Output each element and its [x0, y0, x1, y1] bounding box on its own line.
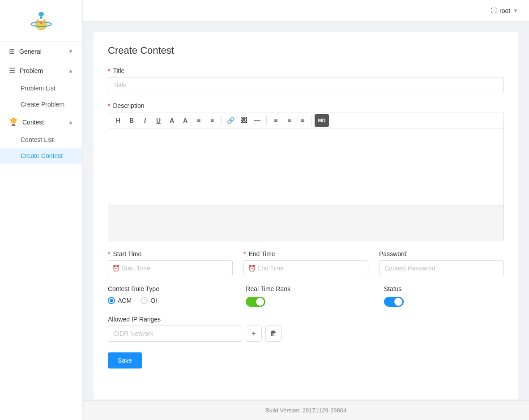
real-time-rank-group: Real Time Rank [246, 285, 366, 307]
toggle-knob-blue [394, 298, 402, 306]
status-group: Status [384, 285, 504, 307]
topbar: ⛶ root ▼ [83, 0, 529, 21]
password-group: Password [379, 250, 504, 276]
toolbar-align-center-btn[interactable]: ≡ [283, 114, 295, 127]
sidebar-item-create-contest[interactable]: Create Contest [0, 148, 82, 164]
real-time-rank-label: Real Time Rank [246, 285, 366, 292]
password-input[interactable] [379, 260, 504, 276]
toolbar-sep2 [266, 116, 267, 125]
description-group: * Description H B I U A A ≡ ≡ 🔗 [108, 102, 504, 241]
start-time-label: * Start Time [108, 250, 233, 257]
main-area: ⛶ root ▼ Create Contest * Title * Descri… [83, 0, 529, 420]
radio-oi-circle [141, 297, 148, 304]
desc-required-star: * [108, 102, 110, 109]
rule-type-label: Contest Rule Type [108, 285, 228, 292]
clock-icon-end: ⏰ [248, 265, 256, 272]
radio-group: ACM OI [108, 297, 228, 304]
svg-point-7 [40, 21, 43, 25]
build-version: Build Version: 20171129-29804 [265, 407, 346, 414]
sidebar-item-problem-list[interactable]: Problem List [0, 80, 82, 96]
cidr-input[interactable] [108, 326, 242, 342]
sidebar-item-contest-list[interactable]: Contest List [0, 132, 82, 148]
sidebar-general-label: General [19, 48, 42, 55]
footer: Build Version: 20171129-29804 [83, 400, 529, 420]
logo [0, 0, 82, 42]
start-time-input[interactable] [108, 260, 233, 276]
toolbar-u-btn[interactable]: U [152, 114, 165, 127]
sidebar-item-contest[interactable]: 🏆 Contest ▲ [0, 112, 82, 132]
sidebar-item-general[interactable]: ⊞ General ▼ [0, 42, 82, 61]
toolbar-a-btn[interactable]: A [166, 114, 178, 127]
clock-icon-start: ⏰ [112, 265, 120, 272]
time-password-row: * Start Time ⏰ * End Time ⏰ [108, 250, 504, 276]
editor-wrapper: H B I U A A ≡ ≡ 🔗 🖼 — ≡ ≡ [108, 112, 504, 241]
real-time-rank-toggle-wrapper [246, 297, 366, 307]
end-time-input-wrapper: ⏰ [243, 260, 368, 276]
toolbar-a2-btn[interactable]: A [179, 114, 192, 127]
editor-footer [108, 205, 503, 241]
ip-ranges-label: Allowed IP Ranges [108, 316, 504, 323]
end-required-star: * [243, 250, 246, 257]
toolbar-b-btn[interactable]: B [125, 114, 138, 127]
toolbar-i-btn[interactable]: I [139, 114, 151, 127]
start-required-star: * [108, 250, 110, 257]
ip-ranges-group: Allowed IP Ranges + 🗑 [108, 316, 504, 342]
toolbar-ol-btn[interactable]: ≡ [192, 114, 205, 127]
radio-oi[interactable]: OI [141, 297, 157, 304]
list-icon: ☰ [9, 66, 15, 75]
toolbar-image-btn[interactable]: 🖼 [238, 114, 250, 127]
editor-toolbar: H B I U A A ≡ ≡ 🔗 🖼 — ≡ ≡ [108, 112, 503, 129]
save-button[interactable]: Save [108, 352, 142, 369]
username: root [499, 7, 510, 14]
start-time-input-wrapper: ⏰ [108, 260, 233, 276]
sidebar-nav: ⊞ General ▼ ☰ Problem ▲ Problem List Cre… [0, 42, 82, 420]
toggle-knob-green [256, 298, 264, 306]
start-time-group: * Start Time ⏰ [108, 250, 233, 276]
chevron-down-icon: ▼ [68, 48, 73, 55]
sidebar-problem-label: Problem [20, 67, 43, 74]
sidebar-item-problem[interactable]: ☰ Problem ▲ [0, 61, 82, 80]
end-time-group: * End Time ⏰ [243, 250, 368, 276]
svg-point-4 [40, 16, 43, 19]
chevron-up2-icon: ▲ [68, 119, 73, 125]
toolbar-sep1 [221, 116, 222, 125]
toolbar-align-left-btn[interactable]: ≡ [269, 114, 282, 127]
radio-acm[interactable]: ACM [108, 297, 132, 304]
create-contest-card: Create Contest * Title * Description H [94, 32, 518, 399]
title-group: * Title [108, 67, 504, 93]
user-menu[interactable]: ⛶ root ▼ [491, 7, 518, 14]
sidebar: ⊞ General ▼ ☰ Problem ▲ Problem List Cre… [0, 0, 83, 420]
password-label: Password [379, 250, 504, 257]
end-time-label: * End Time [243, 250, 368, 257]
title-input[interactable] [108, 77, 504, 93]
page-title: Create Contest [108, 45, 504, 56]
toolbar-hr-btn[interactable]: — [251, 114, 264, 127]
status-toggle-wrapper [384, 297, 504, 307]
toolbar-md-btn[interactable]: MD [315, 114, 329, 127]
delete-ip-range-button[interactable]: 🗑 [265, 326, 282, 342]
trophy-icon: 🏆 [9, 118, 18, 126]
title-required-star: * [108, 67, 110, 74]
rule-type-group: Contest Rule Type ACM OI [108, 285, 228, 307]
title-label: * Title [108, 67, 504, 74]
svg-point-3 [38, 12, 44, 16]
expand-icon2: ⛶ [491, 7, 497, 14]
real-time-rank-toggle[interactable] [246, 297, 265, 307]
sidebar-item-create-problem[interactable]: Create Problem [0, 96, 82, 112]
grid-icon: ⊞ [9, 47, 15, 56]
toolbar-sep3 [311, 116, 312, 125]
toolbar-align-right-btn[interactable]: ≡ [296, 114, 309, 127]
chevron-user-icon: ▼ [513, 8, 518, 14]
radio-acm-circle [108, 297, 115, 304]
add-ip-range-button[interactable]: + [246, 326, 262, 342]
sidebar-contest-label: Contest [22, 119, 44, 126]
radio-oi-label: OI [150, 297, 157, 304]
toolbar-h-btn[interactable]: H [112, 114, 124, 127]
toolbar-ul-btn[interactable]: ≡ [206, 114, 218, 127]
editor-body[interactable] [108, 129, 503, 205]
content: Create Contest * Title * Description H [83, 21, 529, 400]
end-time-input[interactable] [243, 260, 368, 276]
toolbar-link-btn[interactable]: 🔗 [224, 114, 237, 127]
radio-acm-label: ACM [118, 297, 132, 304]
status-toggle[interactable] [384, 297, 404, 307]
